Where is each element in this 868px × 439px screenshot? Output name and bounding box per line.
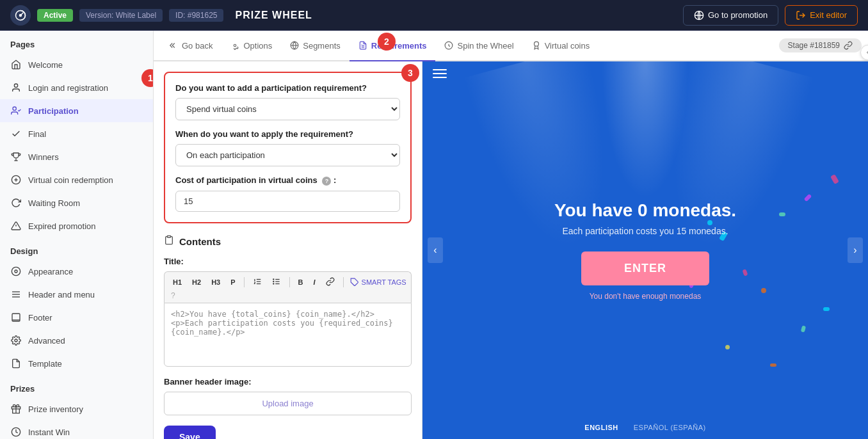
preview-hamburger-menu[interactable] [433,69,447,78]
sidebar-item-label: Template [28,359,62,369]
refresh-icon [10,197,22,209]
settings-icon [10,335,22,346]
sidebar-item-label: Appearance [28,267,73,276]
sidebar-item-appearance[interactable]: Appearance [0,260,153,283]
bold-button[interactable]: B [294,276,308,289]
sidebar-item-template[interactable]: Template [0,352,153,375]
preview-title: You have 0 monedas. [554,200,736,221]
annotation-3: 3 [401,64,419,82]
preview-prev-button[interactable]: ‹ [428,237,443,263]
lang-spanish-button[interactable]: ESPAÑOL (ESPAÑA) [634,424,706,431]
p-button[interactable]: P [226,276,239,289]
confetti-10 [770,363,776,367]
lang-english-button[interactable]: ENGLISH [584,424,618,431]
link-button[interactable] [321,275,339,290]
sidebar-item-winners[interactable]: Winners [0,145,153,168]
confetti-7 [725,345,730,349]
h3-button[interactable]: H3 [207,276,225,289]
tab-spin[interactable]: Spin the Wheel [435,31,522,61]
help-icon[interactable]: ? [322,177,331,186]
sidebar-item-virtual-coin[interactable]: Virtual coin redemption [0,168,153,191]
h2-button[interactable]: H2 [188,276,205,289]
appearance-icon [10,266,22,277]
sidebar-item-label: Login and registration [28,83,108,93]
preview-next-button[interactable]: › [848,237,863,263]
topbar: Active Version: White Label ID: #981625 … [0,0,868,31]
sidebar-item-login[interactable]: Login and registration [0,76,153,99]
main-layout: 1 Pages Welcome Login and registration P… [0,31,868,439]
menu-line-1 [433,69,447,70]
italic-button[interactable]: I [309,276,319,289]
participation-select[interactable]: Spend virtual coins [175,98,400,120]
sidebar-item-instant-win[interactable]: Instant Win [0,420,153,439]
title-label: Title: [164,257,412,266]
sidebar-item-label: Header and menu [28,290,95,299]
tabbar: 2 Go back Options Segments Requirements … [154,31,868,61]
tab-go-back[interactable]: Go back [160,31,221,61]
sidebar-item-final[interactable]: Final [0,122,153,145]
clock-icon [10,426,22,438]
check-icon [10,128,22,140]
stage-label: Stage #181859 [788,41,840,50]
cost-input[interactable] [175,191,400,212]
pages-section-title: Pages [0,31,153,53]
when-select[interactable]: On each participation [175,144,400,166]
tab-label: Spin the Wheel [457,41,513,51]
tab-virtual-coins[interactable]: Virtual coins [523,31,599,61]
participation-question: Do you want to add a participation requi… [175,83,400,93]
spotlight-center [594,61,696,221]
goto-promotion-button[interactable]: Go to promotion [683,5,778,26]
sidebar: 1 Pages Welcome Login and registration P… [0,31,154,439]
template-icon [10,358,22,369]
svg-point-1 [20,14,22,16]
svg-point-29 [534,42,538,46]
ul-button[interactable] [268,275,285,290]
exit-label: Exit editor [810,10,847,20]
smart-tags-button[interactable]: SMART TAGS [350,278,406,287]
sidebar-item-prize-inventory[interactable]: Prize inventory [0,397,153,420]
preview-footer: ENGLISH ESPAÑOL (ESPAÑA) [422,424,868,431]
sidebar-item-label: Virtual coin redemption [28,175,113,185]
sidebar-item-label: Waiting Room [28,198,80,208]
footer-icon [10,312,22,323]
save-button[interactable]: Save [164,426,216,439]
editor-body[interactable]: <h2>You have {total_coins} {coin_name}.<… [164,303,412,367]
ol-button[interactable] [248,275,266,290]
tab-label: Options [243,41,272,51]
svg-point-11 [15,270,17,273]
sidebar-item-footer[interactable]: Footer [0,306,153,329]
sidebar-item-waiting-room[interactable]: Waiting Room [0,191,153,214]
smart-tags-label: SMART TAGS [362,278,406,286]
sidebar-item-label: Expired promotion [28,221,96,231]
sidebar-item-participation[interactable]: Participation [0,99,153,122]
tab-options[interactable]: Options [221,31,281,61]
sidebar-item-label: Participation [28,106,79,116]
app-logo[interactable] [10,5,31,26]
annotation-2: 2 [378,33,396,51]
exit-editor-button[interactable]: Exit editor [785,5,858,26]
trophy-icon [10,151,22,163]
requirements-box: 3 Do you want to add a participation req… [164,72,412,223]
svg-point-38 [273,281,273,282]
goto-label: Go to promotion [708,10,768,20]
tab-segments[interactable]: Segments [281,31,350,61]
sidebar-item-expired[interactable]: Expired promotion [0,214,153,237]
sidebar-item-label: Instant Win [28,427,70,437]
upload-image-button[interactable]: Upload image [164,392,412,415]
status-badge: Active [37,9,73,22]
confetti-8 [830,174,839,184]
editor-help-icon[interactable]: ? [171,291,175,300]
sidebar-item-label: Winners [28,152,59,162]
confetti-3 [779,212,785,216]
page-title: PRIZE WHEEL [235,10,676,21]
preview-enter-button[interactable]: ENTER [581,251,709,285]
sidebar-item-welcome[interactable]: Welcome [0,53,153,76]
contents-section-header: Contents [164,235,412,248]
menu-line-2 [433,73,447,74]
alert-icon [10,220,22,232]
h1-button[interactable]: H1 [168,276,186,289]
sidebar-item-label: Prize inventory [28,404,83,414]
svg-point-4 [14,84,17,87]
sidebar-item-header[interactable]: Header and menu [0,283,153,306]
sidebar-item-advanced[interactable]: Advanced [0,329,153,352]
